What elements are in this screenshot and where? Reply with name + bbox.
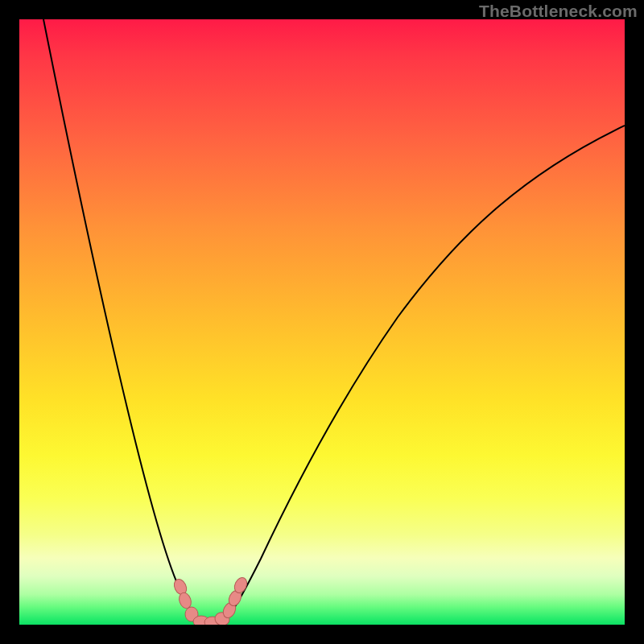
bottleneck-curve-path: [43, 19, 625, 621]
plot-area: [19, 19, 625, 625]
curve-layer: [19, 19, 625, 625]
watermark-text: TheBottleneck.com: [479, 2, 638, 21]
chart-frame: TheBottleneck.com: [0, 0, 644, 644]
marker-group: [171, 576, 249, 625]
